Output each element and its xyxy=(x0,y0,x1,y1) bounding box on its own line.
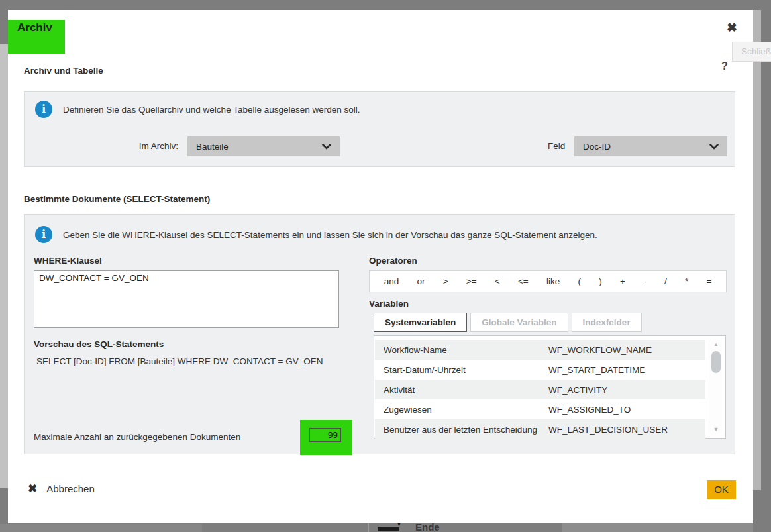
variables-tab-label: Globale Variablen xyxy=(482,317,556,327)
section-heading-select: Bestimmte Dokumente (SELECT-Statement) xyxy=(24,194,210,204)
section-heading-archive: Archiv und Tabelle xyxy=(24,66,103,76)
operator-button[interactable]: > xyxy=(443,276,448,286)
archive-info-text: Definieren Sie das Quellarchiv und welch… xyxy=(63,105,360,115)
variables-scrollbar[interactable]: ▲ ▼ xyxy=(709,340,723,434)
backdrop-bottom-right xyxy=(562,523,753,532)
cancel-label: Abbrechen xyxy=(46,483,95,494)
variable-name: Start-Datum/-Uhrzeit xyxy=(375,365,548,375)
variables-rows: Workflow-Name WF_WORKFLOW_NAME Start-Dat… xyxy=(375,340,705,434)
max-docs-input[interactable] xyxy=(309,428,341,442)
operator-button[interactable]: >= xyxy=(466,276,477,286)
sql-preview-text: SELECT [Doc-ID] FROM [Bauteile] WHERE DW… xyxy=(36,356,323,366)
variable-name: Workflow-Name xyxy=(375,345,548,355)
variable-name: Aktivität xyxy=(375,385,548,395)
variables-tabs: Systemvariablen Globale Variablen Indexf… xyxy=(374,313,642,332)
close-icon[interactable]: ✖ xyxy=(723,19,741,36)
variable-code: WF_START_DATETIME xyxy=(548,365,705,375)
scroll-up-icon[interactable]: ▲ xyxy=(709,341,723,348)
backdrop-left-panel-edge xyxy=(0,44,8,488)
operator-button[interactable]: - xyxy=(643,276,646,286)
scroll-down-icon[interactable]: ▼ xyxy=(709,426,723,433)
backdrop-page-scrollbar xyxy=(753,10,761,490)
operator-button[interactable]: * xyxy=(685,276,688,286)
cancel-button[interactable]: ✖ Abbrechen xyxy=(28,482,95,496)
background-end-node: ▼ Ende xyxy=(368,523,562,532)
variable-name: Zugewiesen xyxy=(375,405,548,415)
info-icon: i xyxy=(35,101,52,118)
variable-row[interactable]: Zugewiesen WF_ASSIGNED_TO xyxy=(375,399,705,419)
field-select-value: Doc-ID xyxy=(583,142,611,152)
variable-row[interactable]: Workflow-Name WF_WORKFLOW_NAME xyxy=(375,340,705,360)
variable-row[interactable]: Start-Datum/-Uhrzeit WF_START_DATETIME xyxy=(375,360,705,380)
variables-tab-label: Indexfelder xyxy=(583,317,631,327)
select-statement-panel: i Geben Sie die WHERE-Klausel des SELECT… xyxy=(24,214,735,454)
operator-button[interactable]: or xyxy=(417,276,425,286)
archive-select-value: Bauteile xyxy=(196,142,229,152)
chevron-down-icon xyxy=(709,144,719,150)
chevron-down-icon xyxy=(322,144,331,150)
operators-bar: andor>>=<<=like()+-/*= xyxy=(369,270,727,292)
variable-code: WF_ACTIVITY xyxy=(548,385,705,395)
operators-label: Operatoren xyxy=(369,256,417,266)
field-select[interactable]: Doc-ID xyxy=(574,136,727,156)
variables-tab[interactable]: Globale Variablen xyxy=(470,313,568,332)
archive-panel: i Definieren Sie das Quellarchiv und wel… xyxy=(24,91,735,167)
max-docs-label: Maximale Anzahl an zurückgegebenen Dokum… xyxy=(34,432,240,442)
archive-select[interactable]: Bauteile xyxy=(187,136,340,156)
variables-table: Workflow-Name WF_WORKFLOW_NAME Start-Dat… xyxy=(374,335,726,439)
where-clause-label: WHERE-Klausel xyxy=(34,256,102,266)
operator-button[interactable]: ( xyxy=(578,276,582,286)
end-node-label: Ende xyxy=(415,523,440,532)
operator-button[interactable]: and xyxy=(384,276,399,286)
variable-row[interactable]: Benutzer aus der letzten Entscheidung WF… xyxy=(375,419,705,439)
where-clause-input[interactable]: DW_CONTACT = GV_OEN xyxy=(34,270,339,328)
info-icon: i xyxy=(35,226,52,243)
ok-button[interactable]: OK xyxy=(707,480,736,499)
help-icon[interactable]: ? xyxy=(721,60,728,72)
variable-row[interactable]: Aktivität WF_ACTIVITY xyxy=(375,380,705,399)
archive-dialog: Archiv ✖ ? Archiv und Tabelle i Definier… xyxy=(8,10,753,523)
sql-preview-label: Vorschau des SQL-Statements xyxy=(34,339,164,349)
field-label: Feld xyxy=(548,141,565,151)
variables-tab[interactable]: Indexfelder xyxy=(572,313,642,332)
operator-button[interactable]: < xyxy=(495,276,500,286)
variables-label: Variablen xyxy=(369,299,409,309)
variables-tab-label: Systemvariablen xyxy=(385,317,456,327)
scrollbar-thumb[interactable] xyxy=(711,351,721,373)
dialog-title: Archiv xyxy=(17,21,52,34)
operator-button[interactable]: ) xyxy=(599,276,602,286)
close-button-tooltip[interactable]: Schließen xyxy=(732,42,771,62)
cancel-x-icon: ✖ xyxy=(28,482,37,496)
variable-code: WF_LAST_DECISION_USER xyxy=(548,425,705,435)
operator-button[interactable]: / xyxy=(664,276,667,286)
operator-button[interactable]: + xyxy=(620,276,625,286)
end-node-bar xyxy=(378,527,399,531)
archive-label: Im Archiv: xyxy=(25,141,178,151)
select-info-text: Geben Sie die WHERE-Klausel des SELECT-S… xyxy=(63,230,597,240)
workflow-designer-backdrop: { "dialog": { "title": "Archiv", "close_… xyxy=(0,0,771,532)
variable-code: WF_ASSIGNED_TO xyxy=(548,405,705,415)
variable-code: WF_WORKFLOW_NAME xyxy=(548,345,705,355)
operator-button[interactable]: = xyxy=(706,276,711,286)
variable-name: Benutzer aus der letzten Entscheidung xyxy=(375,425,548,435)
operator-button[interactable]: <= xyxy=(518,276,529,286)
operator-button[interactable]: like xyxy=(546,276,560,286)
variables-tab[interactable]: Systemvariablen xyxy=(374,313,467,332)
backdrop-bottom-left xyxy=(0,524,202,532)
